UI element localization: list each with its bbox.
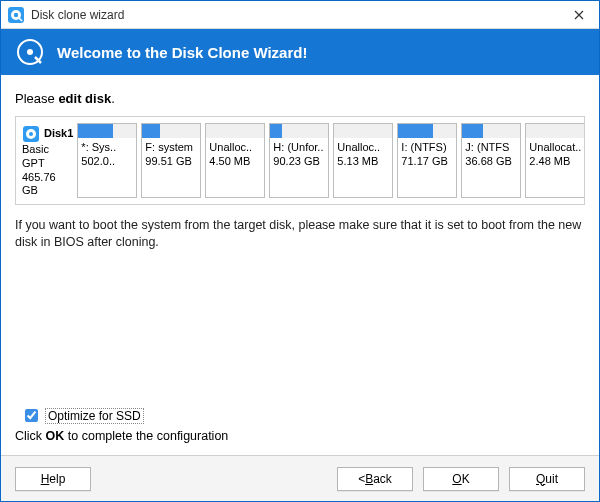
- instruction-bold: edit disk: [58, 91, 111, 106]
- partition-size: 36.68 GB: [462, 155, 520, 169]
- help-button[interactable]: Help: [15, 467, 91, 491]
- partition-usage-bar: [334, 124, 392, 138]
- disk-clone-icon: [15, 37, 45, 67]
- wizard-window: Disk clone wizard Welcome to the Disk Cl…: [0, 0, 600, 502]
- optimize-ssd-checkbox[interactable]: Optimize for SSD: [15, 406, 585, 425]
- disk-info: Disk1 Basic GPT 465.76 GB: [22, 123, 73, 198]
- instruction-text: Please edit disk.: [15, 91, 585, 106]
- partition-label: *: Sys..: [78, 141, 136, 155]
- titlebar: Disk clone wizard: [1, 1, 599, 29]
- optimize-ssd-label: Optimize for SSD: [45, 408, 144, 424]
- partition-6[interactable]: J: (NTFS36.68 GB: [461, 123, 521, 198]
- partition-usage-bar: [78, 124, 136, 138]
- partition-label: F: system: [142, 141, 200, 155]
- disk-row[interactable]: Disk1 Basic GPT 465.76 GB *: Sys..502.0.…: [15, 116, 585, 205]
- partition-7[interactable]: Unallocat..2.48 MB: [525, 123, 585, 198]
- partition-label: J: (NTFS: [462, 141, 520, 155]
- svg-point-2: [14, 12, 18, 16]
- partition-2[interactable]: Unalloc..4.50 MB: [205, 123, 265, 198]
- close-button[interactable]: [559, 1, 599, 29]
- partition-usage-bar: [462, 124, 520, 138]
- app-icon: [7, 6, 25, 24]
- partition-3[interactable]: H: (Unfor..90.23 GB: [269, 123, 329, 198]
- confirm-prefix: Click: [15, 429, 46, 443]
- svg-point-4: [27, 49, 33, 55]
- banner-title: Welcome to the Disk Clone Wizard!: [57, 44, 307, 61]
- partition-size: 99.51 GB: [142, 155, 200, 169]
- partition-size: 5.13 MB: [334, 155, 392, 169]
- quit-button[interactable]: Quit: [509, 467, 585, 491]
- confirm-bold: OK: [46, 429, 65, 443]
- partition-usage-bar: [398, 124, 456, 138]
- disk-name: Disk1: [44, 127, 73, 141]
- partition-5[interactable]: I: (NTFS)71.17 GB: [397, 123, 457, 198]
- partition-label: H: (Unfor..: [270, 141, 328, 155]
- partition-size: 90.23 GB: [270, 155, 328, 169]
- banner: Welcome to the Disk Clone Wizard!: [1, 29, 599, 75]
- confirm-text: Click OK to complete the configuration: [15, 429, 585, 443]
- partition-size: 4.50 MB: [206, 155, 264, 169]
- partition-label: Unallocat..: [526, 141, 584, 155]
- partition-label: Unalloc..: [334, 141, 392, 155]
- disk-size: 465.76 GB: [22, 171, 73, 199]
- window-title: Disk clone wizard: [31, 8, 124, 22]
- back-button[interactable]: <Back: [337, 467, 413, 491]
- partition-usage-bar: [270, 124, 328, 138]
- partition-usage-bar: [526, 124, 584, 138]
- partition-label: Unalloc..: [206, 141, 264, 155]
- disk-type: Basic GPT: [22, 143, 73, 171]
- partition-0[interactable]: *: Sys..502.0..: [77, 123, 137, 198]
- optimize-ssd-input[interactable]: [25, 409, 38, 422]
- partition-size: 71.17 GB: [398, 155, 456, 169]
- partition-label: I: (NTFS): [398, 141, 456, 155]
- instruction-suffix: .: [111, 91, 115, 106]
- disk-icon: [22, 125, 40, 143]
- svg-point-7: [29, 132, 33, 136]
- partition-size: 502.0..: [78, 155, 136, 169]
- content-area: Please edit disk. Disk1 Basic GPT 465.76…: [1, 75, 599, 455]
- partition-size: 2.48 MB: [526, 155, 584, 169]
- footer: Help <Back OK Quit: [1, 455, 599, 501]
- partition-1[interactable]: F: system99.51 GB: [141, 123, 201, 198]
- boot-note: If you want to boot the system from the …: [15, 217, 585, 251]
- partition-usage-bar: [142, 124, 200, 138]
- ok-button[interactable]: OK: [423, 467, 499, 491]
- instruction-prefix: Please: [15, 91, 58, 106]
- partition-usage-bar: [206, 124, 264, 138]
- partition-4[interactable]: Unalloc..5.13 MB: [333, 123, 393, 198]
- confirm-suffix: to complete the configuration: [64, 429, 228, 443]
